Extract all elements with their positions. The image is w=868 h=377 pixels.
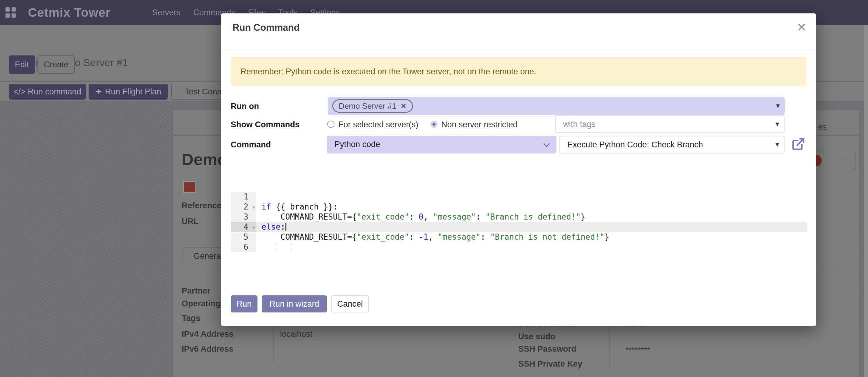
code-line-3: COMMAND_RESULT={"exit_code": 0, "message…: [256, 212, 807, 222]
radio-for-selected-servers[interactable]: [327, 121, 335, 128]
radio-non-server-restricted-label[interactable]: Non server restricted: [441, 120, 518, 129]
chevron-down-icon[interactable]: ▾: [775, 140, 779, 149]
indent-guide: [291, 242, 292, 252]
tags-label: Tags: [182, 314, 200, 323]
fold-caret-icon[interactable]: ▾: [252, 202, 255, 212]
color-swatch[interactable]: [183, 181, 195, 193]
partner-label: Partner: [182, 286, 211, 296]
editor-code-area[interactable]: if {{ branch }}: COMMAND_RESULT={"exit_c…: [256, 192, 807, 252]
plane-icon: ✈: [95, 87, 102, 96]
editor-gutter: 1 2▾ 3 4▾ 5 6: [231, 192, 256, 252]
radio-for-selected-servers-label[interactable]: For selected server(s): [338, 120, 418, 129]
python-warning-alert: Remember: Python code is executed on the…: [231, 57, 807, 86]
tags-filter-placeholder: with tags: [563, 120, 596, 129]
apps-menu-icon[interactable]: [5, 7, 16, 18]
menu-item-servers[interactable]: Servers: [152, 8, 181, 17]
gutter-line-number-active: 4▾: [231, 222, 256, 232]
run-on-multiselect[interactable]: Demo Server #1 ✕ ▾: [328, 97, 785, 115]
use-sudo-label: Use sudo: [518, 332, 555, 341]
run-button[interactable]: Run: [231, 295, 257, 313]
ssh-password-label: SSH Password: [518, 344, 577, 354]
code-line-6: [256, 242, 807, 252]
gutter-line-number: 6: [231, 242, 256, 252]
ipv6-label: IPv6 Address: [182, 344, 234, 354]
gutter-line-number: 5: [231, 232, 256, 242]
radio-non-server-restricted[interactable]: [430, 121, 438, 128]
run-in-wizard-button[interactable]: Run in wizard: [262, 295, 327, 313]
remove-tag-icon[interactable]: ✕: [401, 102, 406, 110]
close-icon[interactable]: ✕: [795, 19, 808, 36]
modal-title: Run Command: [232, 22, 300, 33]
fold-caret-icon[interactable]: ▾: [252, 222, 255, 232]
reference-label: Reference: [182, 201, 222, 210]
run-flight-plan-button[interactable]: ✈ Run Flight Plan: [89, 84, 168, 99]
command-type-value: Python code: [335, 140, 380, 149]
code-icon: </>: [13, 87, 25, 96]
tags-filter-combobox[interactable]: with tags ▾: [555, 115, 785, 133]
smart-button-fragment[interactable]: es: [818, 122, 827, 132]
ssh-private-key-label: SSH Private Key: [518, 359, 582, 369]
operating-system-label-fragment: Operating: [182, 299, 221, 309]
cancel-button[interactable]: Cancel: [331, 295, 369, 313]
code-line-1: [256, 192, 807, 202]
run-command-action-button[interactable]: </> Run command: [9, 84, 86, 99]
url-label: URL: [182, 217, 199, 226]
external-link-icon[interactable]: [791, 137, 805, 152]
ssh-password-masked-value: ********: [625, 346, 650, 355]
indent-guide: [276, 242, 276, 252]
run-flight-plan-label: Run Flight Plan: [105, 87, 161, 96]
server-title-fragment: Demo: [182, 150, 227, 169]
show-commands-label: Show Commands: [231, 120, 300, 129]
command-label: Command: [231, 140, 271, 149]
run-command-action-label: Run command: [28, 87, 81, 96]
chevron-down-icon: [544, 140, 550, 147]
server-tag[interactable]: Demo Server #1 ✕: [332, 99, 413, 113]
gutter-line-number: 2▾: [231, 202, 256, 212]
gutter-line-number: 1: [231, 192, 256, 202]
chevron-down-icon[interactable]: ▾: [776, 102, 780, 110]
chevron-down-icon[interactable]: ▾: [775, 120, 779, 128]
edit-button[interactable]: Edit: [9, 55, 35, 74]
ipv4-value: localhost: [280, 329, 313, 339]
run-on-label: Run on: [231, 102, 259, 111]
server-tag-label: Demo Server #1: [339, 102, 396, 111]
gutter-line-number: 3: [231, 212, 256, 222]
create-button[interactable]: Create: [37, 55, 75, 74]
code-editor[interactable]: 1 2▾ 3 4▾ 5 6 if {{ branch }}: COMMAND_R…: [231, 192, 807, 253]
app-brand[interactable]: Cetmix Tower: [28, 0, 111, 25]
alert-text: Remember: Python code is executed on the…: [241, 67, 536, 77]
code-line-5: COMMAND_RESULT={"exit_code": -1, "messag…: [256, 232, 807, 242]
text-cursor: [285, 223, 286, 231]
command-reference-combobox[interactable]: Execute Python Code: Check Branch ▾: [559, 136, 785, 153]
code-line-2: if {{ branch }}:: [256, 202, 807, 212]
command-reference-value: Execute Python Code: Check Branch: [567, 140, 703, 149]
code-line-4-active: else:: [256, 222, 807, 232]
command-type-select[interactable]: Python code: [327, 136, 556, 153]
ipv4-label: IPv4 Address: [182, 329, 234, 339]
scrollbar-track[interactable]: [864, 25, 868, 377]
modal-header-divider: [222, 50, 816, 50]
screen: Cetmix Tower Servers Commands Files Tool…: [0, 0, 868, 377]
